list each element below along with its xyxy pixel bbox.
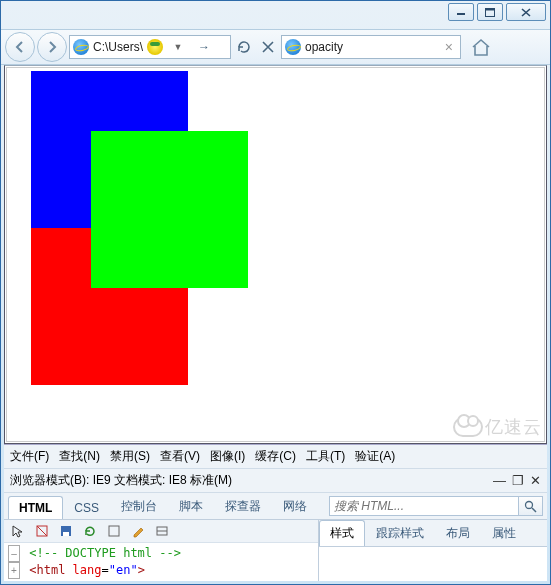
devtools-search — [325, 493, 547, 519]
minimize-button[interactable] — [448, 3, 474, 21]
ie-page-icon — [73, 39, 89, 55]
close-button[interactable] — [506, 3, 546, 21]
select-element-icon[interactable] — [10, 523, 26, 539]
dom-toolbar — [4, 520, 318, 543]
rtab-styles[interactable]: 样式 — [319, 520, 365, 546]
search-input[interactable] — [329, 496, 519, 516]
refresh-dom-icon[interactable] — [82, 523, 98, 539]
tab-html[interactable]: HTML — [8, 496, 63, 519]
tab-console[interactable]: 控制台 — [110, 493, 168, 519]
home-button[interactable] — [463, 32, 499, 62]
menu-images[interactable]: 图像(I) — [210, 448, 245, 465]
devtools-window-controls: — ❐ ✕ — [493, 473, 541, 488]
dom-tree[interactable]: – <!-- DOCTYPE html --> + <html lang="en… — [4, 543, 318, 581]
right-tabs: 样式 跟踪样式 布局 属性 — [319, 520, 547, 547]
devtools-unpin-icon[interactable]: ❐ — [512, 473, 524, 488]
green-square — [91, 131, 248, 288]
devtools-menubar: 文件(F) 查找(N) 禁用(S) 查看(V) 图像(I) 缓存(C) 工具(T… — [4, 445, 547, 469]
go-arrow-icon[interactable]: → — [193, 36, 215, 58]
devtools-minimize-icon[interactable]: — — [493, 473, 506, 488]
devtools-tabs: HTML CSS 控制台 脚本 探查器 网络 — [4, 493, 318, 519]
menu-disable[interactable]: 禁用(S) — [110, 448, 150, 465]
styles-body — [319, 547, 547, 581]
svg-rect-8 — [109, 526, 119, 536]
svg-line-4 — [532, 508, 536, 512]
svg-rect-2 — [486, 8, 495, 10]
styles-pane: 样式 跟踪样式 布局 属性 — [319, 520, 547, 581]
devtools-mode-row: 浏览器模式(B): IE9 文档模式: IE8 标准(M) — ❐ ✕ — [4, 469, 547, 493]
compat-view-icon[interactable] — [147, 39, 163, 55]
dom-pane: – <!-- DOCTYPE html --> + <html lang="en… — [4, 520, 319, 581]
tab-css[interactable]: CSS — [63, 496, 110, 519]
tab-script[interactable]: 脚本 — [168, 493, 214, 519]
svg-rect-7 — [63, 532, 69, 536]
watermark: 亿速云 — [453, 415, 542, 439]
search-button[interactable] — [519, 496, 543, 516]
rtab-trace[interactable]: 跟踪样式 — [365, 520, 435, 546]
tab-network[interactable]: 网络 — [272, 493, 318, 519]
edit-icon[interactable] — [130, 523, 146, 539]
maximize-button[interactable] — [477, 3, 503, 21]
menu-find[interactable]: 查找(N) — [59, 448, 100, 465]
menu-cache[interactable]: 缓存(C) — [255, 448, 296, 465]
tab-close-icon[interactable]: × — [441, 39, 457, 55]
ie-window: C:\Users\ ▼ → opacity × 亿速云 文件(F) 查找(N) … — [0, 0, 551, 585]
devtools-tabrow: HTML CSS 控制台 脚本 探查器 网络 — [4, 493, 547, 520]
svg-point-3 — [526, 501, 533, 508]
devtools-body: – <!-- DOCTYPE html --> + <html lang="en… — [4, 520, 547, 581]
navbar: C:\Users\ ▼ → opacity × — [1, 29, 550, 65]
attributes-icon[interactable] — [154, 523, 170, 539]
forward-button[interactable] — [37, 32, 67, 62]
element-box-icon[interactable] — [106, 523, 122, 539]
dropdown-icon[interactable]: ▼ — [167, 36, 189, 58]
menu-file[interactable]: 文件(F) — [10, 448, 49, 465]
tab-title: opacity — [305, 40, 343, 54]
save-icon[interactable] — [58, 523, 74, 539]
menu-validate[interactable]: 验证(A) — [355, 448, 395, 465]
page-tab[interactable]: opacity × — [281, 35, 461, 59]
cloud-icon — [453, 417, 483, 437]
devtools-panel: 文件(F) 查找(N) 禁用(S) 查看(V) 图像(I) 缓存(C) 工具(T… — [4, 444, 547, 581]
menu-tools[interactable]: 工具(T) — [306, 448, 345, 465]
url-text: C:\Users\ — [93, 40, 143, 54]
titlebar — [1, 1, 550, 29]
page-viewport — [6, 67, 545, 442]
tab-profiler[interactable]: 探查器 — [214, 493, 272, 519]
browser-mode-label[interactable]: 浏览器模式(B): IE9 文档模式: IE8 标准(M) — [10, 472, 232, 489]
devtools-close-icon[interactable]: ✕ — [530, 473, 541, 488]
address-bar[interactable]: C:\Users\ ▼ → — [69, 35, 231, 59]
menu-view[interactable]: 查看(V) — [160, 448, 200, 465]
stop-button[interactable] — [257, 36, 279, 58]
ie-tab-icon — [285, 39, 301, 55]
refresh-button[interactable] — [233, 36, 255, 58]
clear-cache-icon[interactable] — [34, 523, 50, 539]
content-area: 亿速云 — [4, 65, 547, 444]
back-button[interactable] — [5, 32, 35, 62]
rtab-layout[interactable]: 布局 — [435, 520, 481, 546]
svg-rect-0 — [457, 13, 465, 15]
rtab-attrs[interactable]: 属性 — [481, 520, 527, 546]
